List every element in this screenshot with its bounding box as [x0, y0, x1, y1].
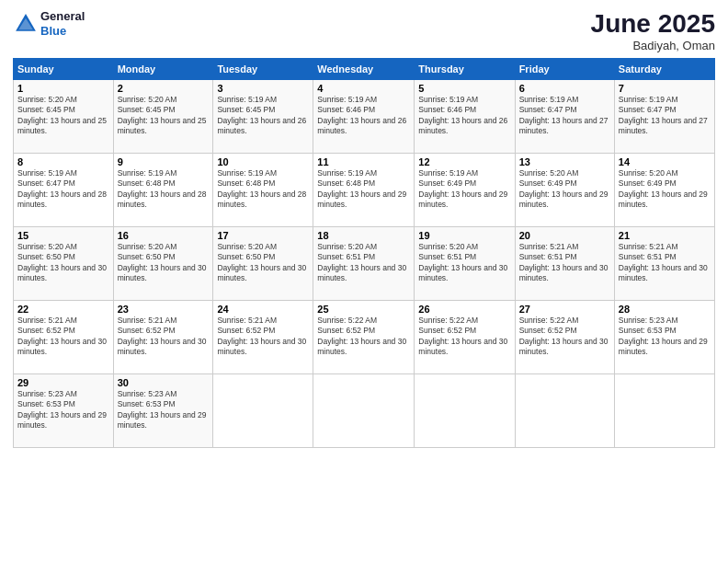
table-cell: 29 Sunrise: 5:23 AMSunset: 6:53 PMDaylig… — [14, 374, 114, 448]
cell-info: Sunrise: 5:20 AMSunset: 6:50 PMDaylight:… — [17, 242, 109, 284]
cell-info: Sunrise: 5:21 AMSunset: 6:52 PMDaylight:… — [17, 316, 109, 358]
table-cell: 7 Sunrise: 5:19 AMSunset: 6:47 PMDayligh… — [614, 80, 714, 154]
table-cell: 19 Sunrise: 5:20 AMSunset: 6:51 PMDaylig… — [415, 227, 515, 301]
cell-info: Sunrise: 5:22 AMSunset: 6:52 PMDaylight:… — [418, 316, 510, 358]
col-sunday: Sunday — [14, 59, 114, 80]
month-year: June 2025 — [591, 9, 715, 39]
cell-info: Sunrise: 5:22 AMSunset: 6:52 PMDaylight:… — [519, 316, 610, 358]
cell-info: Sunrise: 5:20 AMSunset: 6:50 PMDaylight:… — [118, 242, 210, 284]
cell-info: Sunrise: 5:20 AMSunset: 6:49 PMDaylight:… — [619, 168, 711, 211]
table-cell: 20 Sunrise: 5:21 AMSunset: 6:51 PMDaylig… — [515, 227, 614, 301]
table-cell: 4 Sunrise: 5:19 AMSunset: 6:46 PMDayligh… — [313, 80, 415, 154]
day-number: 18 — [317, 230, 410, 241]
table-cell: 13 Sunrise: 5:20 AMSunset: 6:49 PMDaylig… — [515, 154, 614, 227]
col-monday: Monday — [113, 59, 213, 80]
day-number: 29 — [17, 377, 109, 388]
table-cell — [515, 374, 614, 448]
cell-info: Sunrise: 5:19 AMSunset: 6:47 PMDaylight:… — [519, 95, 610, 137]
header-row: Sunday Monday Tuesday Wednesday Thursday… — [14, 59, 715, 80]
day-number: 20 — [519, 230, 610, 241]
logo-general: General — [40, 9, 85, 23]
table-cell: 30 Sunrise: 5:23 AMSunset: 6:53 PMDaylig… — [113, 374, 213, 448]
logo-icon — [13, 11, 39, 37]
day-number: 4 — [317, 83, 410, 94]
logo-blue: Blue — [40, 24, 66, 38]
table-cell — [213, 374, 313, 448]
day-number: 2 — [118, 83, 210, 94]
cell-info: Sunrise: 5:20 AMSunset: 6:49 PMDaylight:… — [519, 168, 610, 211]
day-number: 6 — [519, 83, 610, 94]
table-cell — [614, 374, 714, 448]
table-cell: 22 Sunrise: 5:21 AMSunset: 6:52 PMDaylig… — [14, 301, 114, 374]
day-number: 5 — [418, 83, 510, 94]
logo: General Blue — [13, 9, 85, 38]
cell-info: Sunrise: 5:19 AMSunset: 6:48 PMDaylight:… — [217, 168, 309, 211]
logo-text: General Blue — [40, 9, 85, 38]
day-number: 30 — [118, 377, 210, 388]
table-cell: 2 Sunrise: 5:20 AMSunset: 6:45 PMDayligh… — [113, 80, 213, 154]
table-cell: 3 Sunrise: 5:19 AMSunset: 6:45 PMDayligh… — [213, 80, 313, 154]
table-cell: 12 Sunrise: 5:19 AMSunset: 6:49 PMDaylig… — [415, 154, 515, 227]
table-cell: 27 Sunrise: 5:22 AMSunset: 6:52 PMDaylig… — [515, 301, 614, 374]
day-number: 10 — [217, 156, 309, 167]
day-number: 26 — [418, 304, 510, 315]
cell-info: Sunrise: 5:20 AMSunset: 6:45 PMDaylight:… — [118, 95, 210, 137]
table-cell: 21 Sunrise: 5:21 AMSunset: 6:51 PMDaylig… — [614, 227, 714, 301]
table-cell: 5 Sunrise: 5:19 AMSunset: 6:46 PMDayligh… — [415, 80, 515, 154]
cell-info: Sunrise: 5:21 AMSunset: 6:52 PMDaylight:… — [217, 316, 309, 358]
day-number: 1 — [17, 83, 109, 94]
table-cell: 23 Sunrise: 5:21 AMSunset: 6:52 PMDaylig… — [113, 301, 213, 374]
cell-info: Sunrise: 5:19 AMSunset: 6:48 PMDaylight:… — [118, 168, 210, 211]
day-number: 7 — [619, 83, 711, 94]
cell-info: Sunrise: 5:19 AMSunset: 6:46 PMDaylight:… — [317, 95, 410, 137]
table-cell: 8 Sunrise: 5:19 AMSunset: 6:47 PMDayligh… — [14, 154, 114, 227]
table-cell: 26 Sunrise: 5:22 AMSunset: 6:52 PMDaylig… — [415, 301, 515, 374]
col-tuesday: Tuesday — [213, 59, 313, 80]
location: Badiyah, Oman — [591, 39, 715, 52]
cell-info: Sunrise: 5:23 AMSunset: 6:53 PMDaylight:… — [619, 316, 711, 358]
table-cell — [415, 374, 515, 448]
table-cell: 10 Sunrise: 5:19 AMSunset: 6:48 PMDaylig… — [213, 154, 313, 227]
cell-info: Sunrise: 5:20 AMSunset: 6:51 PMDaylight:… — [317, 242, 410, 284]
table-cell: 25 Sunrise: 5:22 AMSunset: 6:52 PMDaylig… — [313, 301, 415, 374]
cell-info: Sunrise: 5:19 AMSunset: 6:49 PMDaylight:… — [418, 168, 510, 211]
cell-info: Sunrise: 5:20 AMSunset: 6:45 PMDaylight:… — [17, 95, 109, 137]
calendar-table: Sunday Monday Tuesday Wednesday Thursday… — [13, 58, 715, 448]
day-number: 21 — [619, 230, 711, 241]
table-cell: 17 Sunrise: 5:20 AMSunset: 6:50 PMDaylig… — [213, 227, 313, 301]
cell-info: Sunrise: 5:22 AMSunset: 6:52 PMDaylight:… — [317, 316, 410, 358]
cell-info: Sunrise: 5:21 AMSunset: 6:52 PMDaylight:… — [118, 316, 210, 358]
day-number: 11 — [317, 156, 410, 167]
day-number: 9 — [118, 156, 210, 167]
cell-info: Sunrise: 5:20 AMSunset: 6:51 PMDaylight:… — [418, 242, 510, 284]
cell-info: Sunrise: 5:19 AMSunset: 6:47 PMDaylight:… — [619, 95, 711, 137]
table-cell: 11 Sunrise: 5:19 AMSunset: 6:48 PMDaylig… — [313, 154, 415, 227]
table-cell: 16 Sunrise: 5:20 AMSunset: 6:50 PMDaylig… — [113, 227, 213, 301]
cell-info: Sunrise: 5:21 AMSunset: 6:51 PMDaylight:… — [519, 242, 610, 284]
day-number: 14 — [619, 156, 711, 167]
table-cell: 24 Sunrise: 5:21 AMSunset: 6:52 PMDaylig… — [213, 301, 313, 374]
col-wednesday: Wednesday — [313, 59, 415, 80]
day-number: 15 — [17, 230, 109, 241]
title-block: June 2025 Badiyah, Oman — [591, 9, 715, 52]
cell-info: Sunrise: 5:19 AMSunset: 6:48 PMDaylight:… — [317, 168, 410, 211]
table-cell — [313, 374, 415, 448]
cell-info: Sunrise: 5:20 AMSunset: 6:50 PMDaylight:… — [217, 242, 309, 284]
day-number: 22 — [17, 304, 109, 315]
table-cell: 15 Sunrise: 5:20 AMSunset: 6:50 PMDaylig… — [14, 227, 114, 301]
day-number: 3 — [217, 83, 309, 94]
day-number: 19 — [418, 230, 510, 241]
table-cell: 28 Sunrise: 5:23 AMSunset: 6:53 PMDaylig… — [614, 301, 714, 374]
cell-info: Sunrise: 5:19 AMSunset: 6:45 PMDaylight:… — [217, 95, 309, 137]
page: General Blue June 2025 Badiyah, Oman Sun… — [0, 0, 728, 563]
day-number: 25 — [317, 304, 410, 315]
col-friday: Friday — [515, 59, 614, 80]
col-saturday: Saturday — [614, 59, 714, 80]
table-cell: 18 Sunrise: 5:20 AMSunset: 6:51 PMDaylig… — [313, 227, 415, 301]
day-number: 24 — [217, 304, 309, 315]
cell-info: Sunrise: 5:19 AMSunset: 6:46 PMDaylight:… — [418, 95, 510, 137]
cell-info: Sunrise: 5:23 AMSunset: 6:53 PMDaylight:… — [17, 389, 109, 431]
cell-info: Sunrise: 5:19 AMSunset: 6:47 PMDaylight:… — [17, 168, 109, 211]
day-number: 17 — [217, 230, 309, 241]
day-number: 12 — [418, 156, 510, 167]
